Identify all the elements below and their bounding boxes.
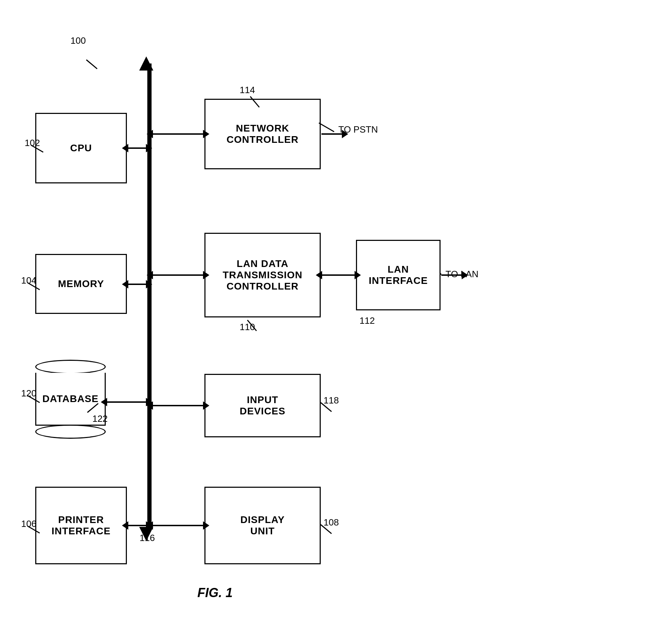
arrow-bus-display xyxy=(152,525,204,526)
input-devices-box: INPUT DEVICES xyxy=(204,374,321,437)
cpu-label: CPU xyxy=(70,142,92,154)
diagram: 100 116 CPU 102 MEMORY 104 DATABASE 120 … xyxy=(0,0,664,644)
label-116: 116 xyxy=(140,533,155,543)
label-114: 114 xyxy=(240,85,255,96)
arrow-lan-data-interface xyxy=(321,274,355,276)
printer-interface-label: PRINTER INTERFACE xyxy=(51,514,111,537)
label-120: 120 xyxy=(21,388,36,399)
arrow-to-lan xyxy=(441,274,462,276)
network-controller-box: NETWORK CONTROLLER xyxy=(204,99,321,169)
label-122: 122 xyxy=(92,413,107,424)
database-cylinder: DATABASE xyxy=(35,360,106,439)
arrow-bus-network xyxy=(152,133,204,135)
arrow-bus-input xyxy=(152,405,204,406)
printer-interface-box: PRINTER INTERFACE xyxy=(35,487,127,564)
label-102: 102 xyxy=(25,138,40,148)
display-unit-label: DISPLAY UNIT xyxy=(240,514,285,537)
memory-box: MEMORY xyxy=(35,254,127,314)
fig-caption: FIG. 1 xyxy=(197,585,233,600)
memory-label: MEMORY xyxy=(58,278,104,290)
arrow-database-bus xyxy=(106,401,147,403)
lan-interface-box: LAN INTERFACE xyxy=(356,240,441,310)
lan-data-box: LAN DATA TRANSMISSION CONTROLLER xyxy=(204,233,321,317)
label-118: 118 xyxy=(324,395,339,406)
label-104: 104 xyxy=(21,275,36,286)
arrow-printer-bus xyxy=(128,525,147,526)
arrow-from-lan xyxy=(440,273,441,275)
label-108: 108 xyxy=(324,517,339,528)
label-100: 100 xyxy=(70,35,86,46)
arrow-network-pstn xyxy=(321,133,343,135)
bus-arrow-up xyxy=(139,56,153,71)
input-devices-label: INPUT DEVICES xyxy=(240,394,285,417)
lan-interface-label: LAN INTERFACE xyxy=(369,264,428,286)
label-112: 112 xyxy=(359,315,375,326)
arrow-cpu-bus xyxy=(128,147,147,149)
lan-data-label: LAN DATA TRANSMISSION CONTROLLER xyxy=(223,258,303,292)
network-controller-label: NETWORK CONTROLLER xyxy=(227,123,299,145)
arrow-memory-bus xyxy=(128,284,147,285)
cpu-box: CPU xyxy=(35,113,127,183)
arrow-bus-lan-data xyxy=(152,274,204,276)
label-106: 106 xyxy=(21,518,36,529)
database-label: DATABASE xyxy=(42,393,98,405)
display-unit-box: DISPLAY UNIT xyxy=(204,487,321,564)
